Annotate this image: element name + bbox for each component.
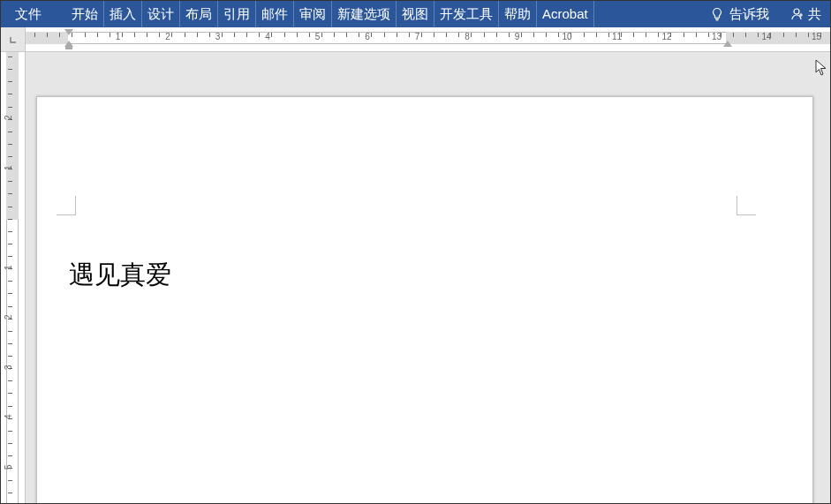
- ruler-label: 1: [4, 165, 13, 170]
- ruler-tick: [334, 33, 335, 37]
- ruler-label: 14: [761, 32, 771, 41]
- ruler-label: 2: [165, 32, 170, 41]
- ruler-label: 12: [661, 32, 671, 41]
- ruler-tick: [608, 33, 609, 37]
- ruler-tick: [222, 33, 223, 37]
- ruler-tick: [8, 393, 12, 394]
- ruler-tick: [85, 33, 86, 37]
- tab-acrobat[interactable]: Acrobat: [537, 1, 594, 27]
- ruler-tick: [8, 69, 12, 70]
- ruler-tick: [246, 33, 247, 37]
- ruler-label: 4: [265, 32, 270, 41]
- ruler-tick: [658, 33, 659, 37]
- tab-insert[interactable]: 插入: [104, 1, 142, 27]
- ruler-tick: [384, 33, 385, 37]
- right-indent-marker[interactable]: [723, 41, 732, 47]
- ruler-tick: [8, 256, 12, 257]
- ruler-tick: [234, 33, 235, 37]
- ruler-label: 4: [4, 414, 13, 419]
- ruler-tick: [59, 33, 60, 37]
- ruler-tick: [684, 33, 684, 37]
- tab-design[interactable]: 设计: [142, 1, 180, 27]
- ruler-label: 3: [215, 32, 221, 41]
- ruler-tick: [758, 33, 759, 37]
- ruler-tick: [434, 33, 434, 37]
- tab-home[interactable]: 开始: [66, 1, 104, 27]
- svg-point-0: [794, 9, 799, 14]
- ruler-tick: [297, 33, 298, 37]
- tab-references[interactable]: 引用: [218, 1, 256, 27]
- ruler-tick: [8, 181, 12, 182]
- share-label: 共: [808, 6, 821, 23]
- ruler-tick: [346, 33, 347, 37]
- ruler-tick: [134, 33, 135, 37]
- tab-view[interactable]: 视图: [397, 1, 434, 27]
- ruler-tick: [185, 33, 185, 37]
- ruler-tick: [596, 33, 597, 37]
- document-page[interactable]: 遇见真爱: [36, 96, 813, 503]
- ruler-tick: [8, 81, 12, 82]
- ruler-label: 3: [4, 365, 13, 370]
- tell-me-search[interactable]: 告诉我: [701, 6, 778, 23]
- tab-review[interactable]: 审阅: [294, 1, 332, 27]
- ruler-label: 9: [515, 32, 520, 41]
- ruler-tick: [796, 33, 797, 37]
- ruler-tick: [458, 33, 459, 37]
- ruler-tick: [496, 33, 497, 37]
- ribbon-bar: 文件 开始 插入 设计 布局 引用 邮件 审阅 新建选项 视图 开发工具 帮助 …: [1, 1, 830, 27]
- ruler-tick: [8, 281, 12, 282]
- ruler-tick: [8, 380, 12, 381]
- tab-help[interactable]: 帮助: [499, 1, 537, 27]
- tab-layout[interactable]: 布局: [180, 1, 218, 27]
- ruler-label: 5: [4, 464, 13, 470]
- ruler-tick: [8, 107, 12, 108]
- ruler-tick: [159, 33, 160, 37]
- left-indent-marker[interactable]: [65, 46, 72, 49]
- tell-me-label: 告诉我: [729, 6, 769, 23]
- ruler-tick: [509, 33, 510, 37]
- ruler-tick: [808, 33, 809, 37]
- share-button[interactable]: 共: [785, 6, 827, 23]
- mouse-cursor-icon: [814, 59, 828, 77]
- margin-corner-top-left: [57, 196, 76, 215]
- ruler-tick: [8, 331, 12, 332]
- horizontal-ruler[interactable]: 123456789101112131415: [26, 27, 830, 52]
- ruler-label: 5: [315, 32, 321, 41]
- document-body-text[interactable]: 遇见真爱: [69, 258, 171, 293]
- ruler-tick: [8, 219, 12, 220]
- ruler-tick: [47, 33, 48, 37]
- tab-selector[interactable]: [1, 27, 26, 52]
- vertical-ruler[interactable]: 2112345: [1, 52, 26, 503]
- tab-devtools[interactable]: 开发工具: [434, 1, 499, 27]
- ruler-tick: [72, 33, 72, 37]
- ruler-tick: [484, 33, 485, 37]
- ruler-label: 1: [116, 32, 121, 41]
- tab-mail[interactable]: 邮件: [256, 1, 294, 27]
- ruler-tick: [8, 56, 12, 57]
- tab-new-option[interactable]: 新建选项: [332, 1, 397, 27]
- ruler-label: 2: [4, 115, 13, 120]
- ruler-label: 13: [712, 32, 721, 41]
- page-viewport[interactable]: 遇见真爱: [26, 52, 830, 503]
- ruler-tick: [259, 33, 260, 37]
- margin-corner-top-right: [737, 196, 756, 215]
- ruler-tick: [271, 33, 272, 37]
- ruler-tick: [521, 33, 522, 37]
- tab-file[interactable]: 文件: [1, 1, 56, 27]
- ruler-tick: [171, 33, 172, 37]
- ruler-tick: [584, 33, 585, 37]
- ruler-tick: [197, 33, 198, 37]
- ruler-tick: [633, 33, 634, 37]
- ruler-tick: [8, 244, 12, 244]
- ruler-label: 1: [4, 265, 13, 270]
- person-icon: [790, 7, 805, 21]
- ruler-tick: [8, 293, 12, 294]
- ruler-tick: [397, 33, 397, 37]
- ruler-tick: [8, 306, 12, 307]
- ruler-tick: [309, 33, 310, 37]
- ruler-tick: [359, 33, 359, 37]
- ruler-tick: [471, 33, 472, 37]
- ruler-tick: [284, 33, 285, 37]
- ruler-tick: [8, 94, 12, 94]
- ruler-label: 11: [612, 32, 622, 41]
